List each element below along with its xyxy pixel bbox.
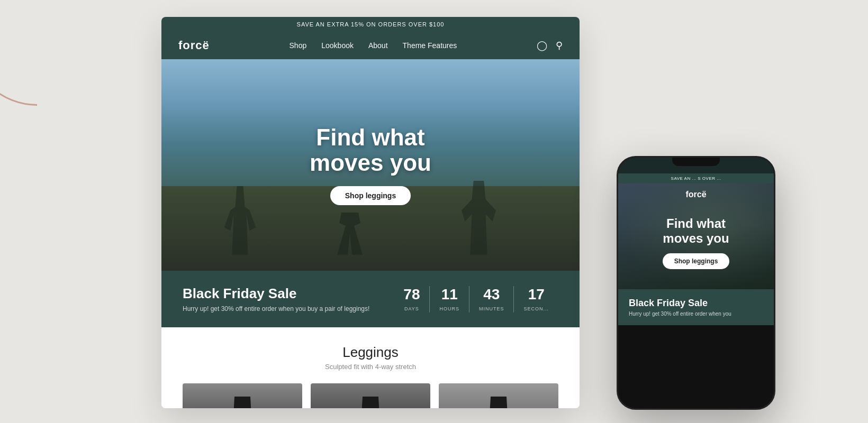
- person-silhouette-3: [462, 181, 496, 255]
- nav-theme-features[interactable]: Theme Features: [403, 41, 457, 50]
- product-img-2: [311, 383, 430, 408]
- countdown-title: Black Friday Sale: [183, 286, 373, 302]
- countdown-section: Black Friday Sale Hurry up! get 30% off …: [161, 271, 580, 327]
- nav-links: Shop Lookbook About Theme Features: [290, 41, 457, 50]
- hero-title-line1: Find what: [316, 124, 424, 150]
- site-nav: forcë Shop Lookbook About Theme Features…: [161, 32, 580, 59]
- timer-seconds: 17 SECON...: [514, 286, 558, 312]
- nav-lookbook[interactable]: Lookbook: [321, 41, 354, 50]
- legging-shape-3: [485, 397, 512, 408]
- products-section: Leggings Sculpted fit with 4-way stretch: [161, 327, 580, 408]
- timer-hours: 11 HOURS: [430, 286, 469, 312]
- timer-minutes-label: MINUTES: [479, 306, 504, 311]
- mobile-hero-content: Find what moves you Shop leggings: [663, 216, 730, 269]
- mobile-countdown-title: Black Friday Sale: [629, 298, 763, 309]
- mobile-hero-line1: Find what: [666, 216, 726, 231]
- search-icon[interactable]: ⚲: [556, 40, 563, 51]
- countdown-subtitle: Hurry up! get 30% off entire order when …: [183, 305, 373, 312]
- timer-hours-value: 11: [439, 286, 459, 303]
- mobile-countdown: Black Friday Sale Hurry up! get 30% off …: [618, 289, 774, 325]
- banner-text: SAVE AN EXTRA 15% ON ORDERS OVER $100: [297, 21, 445, 27]
- hero-section: Find what moves you Shop leggings: [161, 59, 580, 271]
- hero-title-line2: moves you: [310, 150, 431, 176]
- product-card-1[interactable]: [183, 383, 302, 408]
- mobile-countdown-subtitle: Hurry up! get 30% off entire order when …: [629, 311, 763, 317]
- product-img-3: [439, 383, 558, 408]
- mobile-notch: [672, 158, 720, 166]
- timer-seconds-value: 17: [523, 286, 549, 303]
- mobile-hero: forcë Find what moves you Shop leggings: [618, 183, 774, 289]
- product-img-1: [183, 383, 302, 408]
- site-logo: forcë: [178, 39, 210, 52]
- mobile-hero-line2: moves you: [663, 231, 729, 245]
- hero-content: Find what moves you Shop leggings: [310, 125, 431, 206]
- products-title: Leggings: [183, 344, 558, 361]
- person-silhouette-1: [224, 186, 256, 255]
- mobile-cta-button[interactable]: Shop leggings: [663, 253, 730, 269]
- products-subtitle: Sculpted fit with 4-way stretch: [183, 363, 558, 371]
- hero-cta-button[interactable]: Shop leggings: [330, 186, 411, 205]
- legging-shape-1: [229, 397, 256, 408]
- timer-seconds-label: SECON...: [523, 306, 549, 311]
- nav-icons: ◯ ⚲: [537, 40, 563, 51]
- decorative-arc: [0, 0, 106, 106]
- desktop-mockup: SAVE AN EXTRA 15% ON ORDERS OVER $100 fo…: [161, 17, 580, 408]
- nav-about[interactable]: About: [368, 41, 388, 50]
- mobile-banner-text: SAVE AN ... S OVER ...: [671, 176, 721, 181]
- timer-days: 78 DAYS: [394, 286, 430, 312]
- mobile-hero-title: Find what moves you: [663, 216, 730, 245]
- mobile-mockup: SAVE AN ... S OVER ... forcë Find what m…: [617, 156, 775, 410]
- legging-shape-2: [357, 397, 384, 408]
- timer-minutes: 43 MINUTES: [469, 286, 514, 312]
- product-card-2[interactable]: [311, 383, 430, 408]
- person-silhouette-2: [329, 213, 371, 265]
- account-icon[interactable]: ◯: [537, 40, 547, 51]
- timer-minutes-value: 43: [479, 286, 504, 303]
- timer-days-value: 78: [403, 286, 420, 303]
- mobile-banner: SAVE AN ... S OVER ...: [618, 173, 774, 183]
- countdown-timer: 78 DAYS 11 HOURS 43 MINUTES 17 SECON...: [394, 286, 558, 312]
- hero-title: Find what moves you: [310, 125, 431, 176]
- products-grid: [183, 383, 558, 408]
- mobile-notch-bar: [618, 158, 774, 173]
- countdown-text: Black Friday Sale Hurry up! get 30% off …: [183, 286, 373, 312]
- product-card-3[interactable]: [439, 383, 558, 408]
- timer-days-label: DAYS: [404, 306, 419, 311]
- site-banner: SAVE AN EXTRA 15% ON ORDERS OVER $100: [161, 17, 580, 32]
- mobile-logo: forcë: [685, 190, 706, 199]
- nav-shop[interactable]: Shop: [290, 41, 307, 50]
- timer-hours-label: HOURS: [439, 306, 459, 311]
